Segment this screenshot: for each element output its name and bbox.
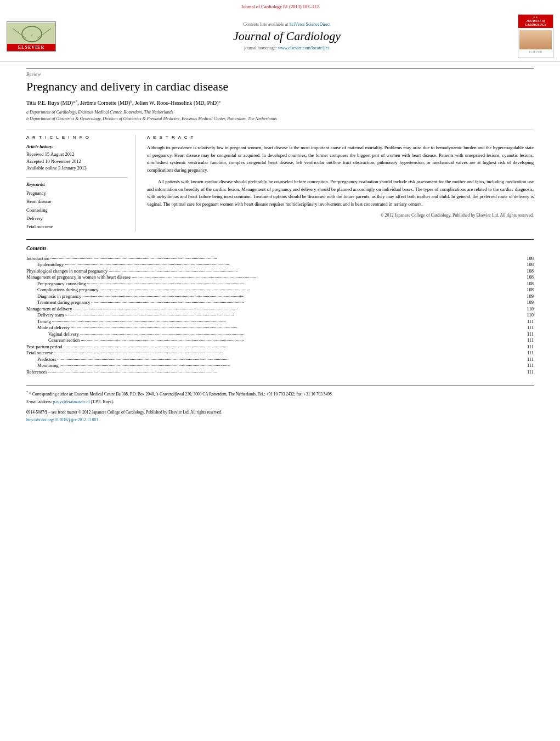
keyword-counseling: Counseling	[26, 206, 128, 214]
contents-item: Mode of delivery	[26, 325, 70, 330]
received-date: Received 15 August 2012	[26, 151, 128, 158]
contents-page: 111	[520, 337, 534, 343]
contents-dots: ········································…	[73, 306, 519, 312]
elsevier-logo-image: e	[7, 23, 55, 44]
contents-item: Management of pregnancy in women with he…	[26, 274, 131, 280]
contents-page: 111	[520, 325, 534, 330]
contents-dots: ········································…	[82, 293, 519, 299]
article-info-title: A R T I C L E I N F O	[26, 135, 128, 140]
history-label: Article history:	[26, 144, 128, 149]
email-link[interactable]: p.ruys@erasmusmc.nl	[53, 399, 90, 404]
article-info: A R T I C L E I N F O Article history: R…	[26, 135, 136, 231]
journal-title-header: Journal of Cardiology	[67, 29, 507, 43]
contents-dots: ········································…	[87, 281, 519, 286]
contents-dots: ········································…	[132, 274, 519, 280]
contents-dots: ········································…	[52, 319, 519, 324]
table-row: References ·····························…	[26, 369, 534, 375]
page: Journal of Cardiology 61 (2013) 107–112 …	[0, 0, 560, 741]
contents-page: 110	[520, 312, 534, 318]
contents-item: Diagnosis in pregnancy	[26, 293, 81, 299]
available-date: Available online 3 January 2013	[26, 165, 128, 172]
contents-page: 108	[520, 287, 534, 292]
affiliations: a Department of Cardiology, Erasmus Medi…	[26, 109, 534, 122]
svg-text:e: e	[31, 33, 32, 37]
contents-dots: ········································…	[60, 363, 519, 368]
elsevier-logo: e ELSEVIER	[7, 21, 56, 52]
table-row: Vaginal delivery ·······················…	[26, 331, 534, 337]
table-row: Management of pregnancy in women with he…	[26, 274, 534, 280]
email-label: E-mail address:	[26, 399, 52, 404]
issn-line: 0914-5087/$ – see front matter © 2012 Ja…	[26, 410, 534, 415]
contents-page: 108	[520, 256, 534, 261]
abstract-title: A B S T R A C T	[147, 135, 534, 140]
table-row: Diagnosis in pregnancy ·················…	[26, 293, 534, 299]
homepage-link[interactable]: www.elsevier.com/locate/jjcc	[278, 46, 330, 50]
contents-dots: ········································…	[65, 312, 519, 318]
table-row: Epidemiology ···························…	[26, 262, 534, 267]
contents-page: 108	[520, 262, 534, 267]
abstract-section: A B S T R A C T Although its prevalence …	[147, 135, 534, 231]
authors: Titia P.E. Ruys (MD)a,*, Jérôme Cornette…	[26, 99, 534, 106]
contents-item: Vaginal delivery	[26, 331, 79, 337]
top-header: Journal of Cardiology 61 (2013) 107–112 …	[0, 0, 560, 62]
abstract-text: Although its prevalence is relatively lo…	[147, 144, 534, 208]
footnote-email: E-mail address: p.ruys@erasmusmc.nl (T.P…	[26, 399, 534, 405]
journal-reference: Journal of Cardiology 61 (2013) 107–112	[0, 2, 560, 11]
table-row: Post-partum period ·····················…	[26, 344, 534, 349]
contents-item: Timing	[26, 319, 51, 324]
contents-item: Treatment during pregnancy	[26, 299, 90, 305]
contents-page: 109	[520, 293, 534, 299]
contents-dots: ········································…	[57, 357, 519, 362]
contents-page: 108	[520, 268, 534, 274]
table-row: Treatment during pregnancy ·············…	[26, 299, 534, 305]
contents-page: 111	[520, 369, 534, 375]
article-history: Article history: Received 15 August 2012…	[26, 144, 128, 172]
journal-homepage: journal homepage: www.elsevier.com/locat…	[67, 46, 507, 50]
accepted-date: Accepted 10 November 2012	[26, 158, 128, 165]
contents-item: Monitoring	[26, 363, 59, 368]
review-label: Review	[26, 69, 534, 77]
contents-item: Predictors	[26, 357, 56, 362]
table-row: Complications during pregnancy ·········…	[26, 287, 534, 292]
contents-dots: ········································…	[91, 299, 519, 305]
contents-page: 111	[520, 350, 534, 355]
contents-item: Post-partum period	[26, 344, 62, 349]
table-row: Cesarean section ·······················…	[26, 337, 534, 343]
journal-cover-body: ELSEVIER	[518, 28, 553, 58]
doi-line: http://dx.doi.org/10.1016/j.jjcc.2012.11…	[26, 416, 534, 422]
footnote-text: * * Corresponding author at: Erasmus Med…	[26, 389, 534, 397]
contents-section: Contents Introduction ··················…	[26, 239, 534, 375]
abstract-paragraph-1: Although its prevalence is relatively lo…	[147, 144, 534, 174]
contents-page: 108	[520, 274, 534, 280]
contents-dots: ········································…	[63, 344, 519, 349]
main-content: Review Pregnancy and delivery in cardiac…	[0, 62, 560, 429]
footer-section: * * Corresponding author at: Erasmus Med…	[26, 386, 534, 422]
contents-item: Introduction	[26, 256, 49, 261]
contents-dots: ········································…	[80, 331, 519, 337]
elsevier-text: ELSEVIER	[7, 44, 55, 51]
keyword-fetal-outcome: Fetal outcome	[26, 223, 128, 231]
contents-page: 111	[520, 363, 534, 368]
contents-item: Complications during pregnancy	[26, 287, 98, 292]
contents-title: Contents	[26, 245, 534, 251]
table-row: Delivery team ··························…	[26, 312, 534, 318]
sciverse-line: Contents lists available at SciVerse Sci…	[67, 22, 507, 27]
contents-dots: ········································…	[48, 369, 519, 375]
keywords-section: Keywords: Pregnancy Heart disease Counse…	[26, 177, 128, 231]
contents-item: References	[26, 369, 47, 375]
contents-dots: ········································…	[99, 287, 519, 292]
article-title: Pregnancy and delivery in cardiac diseas…	[26, 79, 534, 95]
contents-item: Physiological changes in normal pregnanc…	[26, 268, 108, 274]
contents-dots: ········································…	[50, 256, 519, 261]
affiliation-a: a Department of Cardiology, Erasmus Medi…	[26, 109, 534, 116]
contents-item: Epidemiology	[26, 262, 64, 267]
table-row: Timing ·································…	[26, 319, 534, 324]
sciverse-link[interactable]: SciVerse ScienceDirect	[290, 22, 331, 27]
table-row: Monitoring ·····························…	[26, 363, 534, 368]
table-row: Mode of delivery ·······················…	[26, 325, 534, 330]
contents-page: 110	[520, 306, 534, 312]
keywords-label: Keywords:	[26, 182, 128, 187]
contents-page: 111	[520, 331, 534, 337]
contents-dots: ········································…	[81, 337, 519, 343]
doi-link[interactable]: http://dx.doi.org/10.1016/j.jjcc.2012.11…	[26, 417, 98, 422]
